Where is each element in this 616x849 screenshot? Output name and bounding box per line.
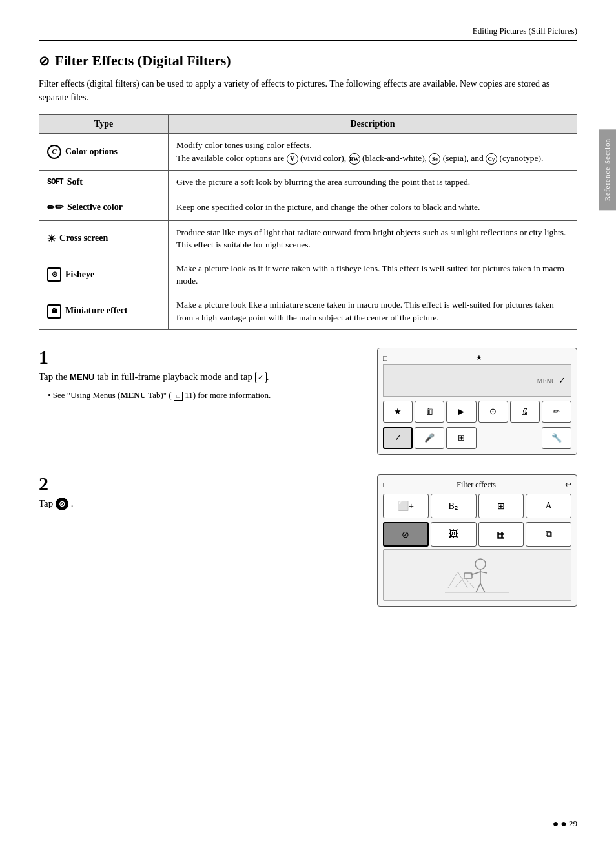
f-btn-a[interactable]: A bbox=[526, 494, 571, 518]
svg-point-0 bbox=[475, 559, 486, 569]
step-1-text: Tap the MENU tab in full-frame playback … bbox=[39, 370, 362, 384]
footer-bullet1: ● bbox=[553, 818, 559, 830]
cam-top-bar: □ ★ bbox=[383, 353, 571, 362]
menu-tag: MENU bbox=[537, 377, 556, 384]
cam-grid-row1: ★ 🗑 ▶ ⊙ 🖨 ✏ bbox=[383, 401, 571, 423]
cam-top-star: ★ bbox=[476, 353, 482, 362]
cam-btn-empty2 bbox=[510, 427, 540, 449]
step-2-number: 2 bbox=[39, 474, 362, 494]
desc-cell-fisheye: Make a picture look as if it were taken … bbox=[169, 257, 577, 293]
f-btn-filter-active[interactable]: ⊘ bbox=[383, 522, 429, 547]
fisheye-icon: ⊙ bbox=[47, 267, 61, 282]
camera-ui-1: □ ★ MENU ✓ ★ 🗑 ▶ ⊙ 🖨 ✏ bbox=[377, 348, 577, 455]
cam-btn-play[interactable]: ▶ bbox=[446, 401, 476, 423]
desc-cell-selective: Keep one specified color in the picture,… bbox=[169, 194, 577, 220]
type-cell-cross: ✳ Cross screen bbox=[39, 220, 169, 257]
menu-keyword-2: MENU bbox=[120, 390, 146, 400]
step-2: 2 Tap ⊘ . □ Filter effects ↩ ⬜+ B₂ bbox=[39, 474, 577, 607]
filter-ui-back: ↩ bbox=[565, 480, 571, 490]
person-svg bbox=[445, 552, 509, 598]
soft-icon: SOFT bbox=[47, 177, 63, 188]
cam-btn-trash[interactable]: 🗑 bbox=[415, 401, 444, 423]
selective-color-label: Selective color bbox=[67, 201, 123, 214]
svg-line-3 bbox=[480, 572, 487, 573]
header-title: Editing Pictures (Still Pictures) bbox=[473, 26, 577, 36]
filter-effects-ui: □ Filter effects ↩ ⬜+ B₂ ⊞ A ⊘ 🖼 ▦ bbox=[377, 474, 577, 607]
type-cell-color-options: C Color options bbox=[39, 134, 169, 171]
cam-top-left: □ bbox=[383, 354, 387, 362]
sidebar-label: Reference Section bbox=[599, 129, 616, 210]
footer-bullet2: ● bbox=[560, 818, 567, 830]
soft-label: Soft bbox=[67, 176, 83, 189]
cam-btn-wrench[interactable]: 🔧 bbox=[542, 427, 571, 449]
step-1-number: 1 bbox=[39, 348, 362, 367]
desc-cell-soft: Give the picture a soft look by blurring… bbox=[169, 171, 577, 194]
page-header: Editing Pictures (Still Pictures) bbox=[39, 26, 577, 41]
type-cell-soft: SOFT Soft bbox=[39, 171, 169, 194]
step-2-filter-ui: □ Filter effects ↩ ⬜+ B₂ ⊞ A ⊘ 🖼 ▦ bbox=[377, 474, 577, 607]
f-btn-frame[interactable]: 🖼 bbox=[431, 522, 477, 547]
table-row: 🏔 Miniature effect Make a picture look l… bbox=[39, 293, 577, 329]
cam-grid-row2: ✓ 🎤 ⊞ 🔧 bbox=[383, 427, 571, 449]
filter-title-bar: □ Filter effects ↩ bbox=[383, 480, 571, 490]
table-row: ⊙ Fisheye Make a picture look as if it w… bbox=[39, 257, 577, 293]
filter-ui-title: Filter effects bbox=[457, 480, 496, 490]
cam-btn-check[interactable]: ✓ bbox=[383, 427, 413, 449]
filter-grid-row2: ⊘ 🖼 ▦ ⧉ bbox=[383, 522, 571, 547]
step-1: 1 Tap the MENU tab in full-frame playbac… bbox=[39, 348, 577, 455]
filter-ui-spacer: □ bbox=[383, 480, 387, 490]
menu-keyword: MENU bbox=[70, 372, 94, 382]
section-title-text: Filter Effects (Digital Filters) bbox=[55, 52, 231, 69]
desc-cell-color-options: Modify color tones using color effects. … bbox=[169, 134, 577, 171]
f-btn-grid2[interactable]: ⊞ bbox=[478, 494, 524, 518]
cross-screen-label: Cross screen bbox=[59, 232, 108, 245]
section-icon: ⊘ bbox=[39, 53, 50, 68]
fisheye-label: Fisheye bbox=[65, 268, 94, 281]
cam-btn-empty1 bbox=[478, 427, 508, 449]
page-number: 29 bbox=[569, 819, 577, 829]
check-tag: ✓ bbox=[559, 375, 566, 386]
page-footer: ● ● 29 bbox=[553, 818, 577, 830]
cam-btn-print[interactable]: 🖨 bbox=[510, 401, 540, 423]
cam-btn-star[interactable]: ★ bbox=[383, 401, 413, 423]
f-btn-b2[interactable]: B₂ bbox=[431, 494, 477, 518]
desc-cell-cross: Produce star-like rays of light that rad… bbox=[169, 220, 577, 257]
type-cell-selective: ✏ Selective color bbox=[39, 194, 169, 220]
table-row: C Color options Modify color tones using… bbox=[39, 134, 577, 171]
cam-illustration: MENU ✓ bbox=[383, 364, 571, 397]
col-desc-header: Description bbox=[169, 115, 577, 134]
filter-icon-inline: ⊘ bbox=[56, 498, 68, 510]
svg-line-4 bbox=[476, 583, 480, 592]
steps-container: 1 Tap the MENU tab in full-frame playbac… bbox=[39, 348, 577, 607]
table-row: ✏ Selective color Keep one specified col… bbox=[39, 194, 577, 220]
cam-btn-mic[interactable]: 🎤 bbox=[415, 427, 444, 449]
cam-btn-edit[interactable]: ✏ bbox=[542, 401, 571, 423]
f-btn-overlay[interactable]: ⧉ bbox=[526, 522, 571, 547]
desc-cell-miniature: Make a picture look like a miniature sce… bbox=[169, 293, 577, 329]
table-row: SOFT Soft Give the picture a soft look b… bbox=[39, 171, 577, 194]
step-1-note: See "Using Menus (MENU Tab)" ( □ 11) for… bbox=[48, 390, 362, 402]
miniature-label: Miniature effect bbox=[65, 304, 128, 317]
col-type-header: Type bbox=[39, 115, 169, 134]
f-btn-bars[interactable]: ▦ bbox=[478, 522, 524, 547]
step-1-camera-ui: □ ★ MENU ✓ ★ 🗑 ▶ ⊙ 🖨 ✏ bbox=[377, 348, 577, 455]
checkmark-icon: ✓ bbox=[255, 372, 267, 383]
cam-btn-protect[interactable]: ⊙ bbox=[478, 401, 508, 423]
cross-screen-icon: ✳ bbox=[47, 231, 56, 246]
cam-btn-grid[interactable]: ⊞ bbox=[446, 427, 476, 449]
filter-table: Type Description C Color options Modify … bbox=[39, 114, 577, 330]
type-cell-miniature: 🏔 Miniature effect bbox=[39, 293, 169, 329]
intro-text: Filter effects (digital filters) can be … bbox=[39, 77, 577, 104]
step-2-left: 2 Tap ⊘ . bbox=[39, 474, 362, 516]
table-row: ✳ Cross screen Produce star-like rays of… bbox=[39, 220, 577, 257]
page: Reference Section Editing Pictures (Stil… bbox=[0, 0, 616, 849]
color-options-label: Color options bbox=[65, 145, 118, 158]
type-cell-fisheye: ⊙ Fisheye bbox=[39, 257, 169, 293]
step-2-text: Tap ⊘ . bbox=[39, 496, 362, 511]
f-btn-panorama[interactable]: ⬜+ bbox=[383, 494, 429, 518]
svg-rect-6 bbox=[464, 573, 472, 578]
camera-illustration bbox=[383, 549, 571, 601]
miniature-icon: 🏔 bbox=[47, 304, 61, 319]
step-1-left: 1 Tap the MENU tab in full-frame playbac… bbox=[39, 348, 362, 401]
svg-line-5 bbox=[480, 583, 485, 592]
